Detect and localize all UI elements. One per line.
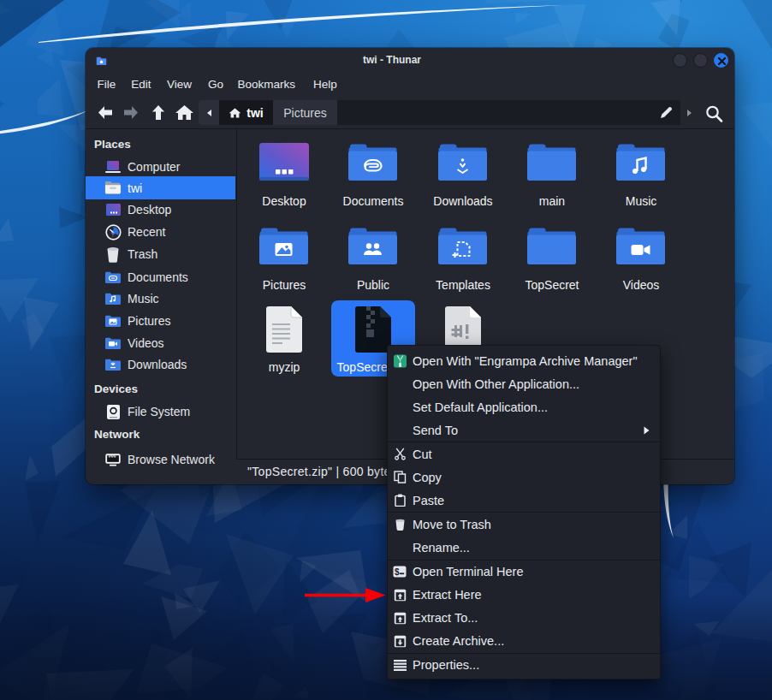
svg-text:$: $ (395, 567, 400, 577)
